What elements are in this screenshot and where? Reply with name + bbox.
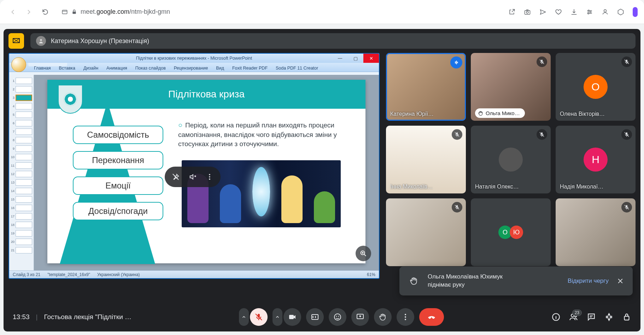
svg-rect-16 [457, 62, 458, 64]
slide-thumbnail: 5 [11, 111, 32, 119]
slide-thumbnail: 17 [11, 213, 32, 220]
slide-thumbnail: 19 [11, 229, 32, 237]
participant-tile[interactable]: ООлена Вікторів… [556, 53, 636, 121]
hand-raise-icon [406, 274, 421, 288]
toast-action-link[interactable]: Відкрити чергу [568, 277, 609, 285]
url-bar[interactable]: meet.google.com/ntm-bjkd-gmn [55, 8, 502, 16]
participant-tile[interactable]: ОЮ [471, 198, 551, 266]
svg-point-12 [209, 179, 210, 180]
captions-button[interactable] [306, 308, 324, 326]
muted-icon [621, 202, 632, 213]
participant-tile[interactable]: Наталія Олекс… [471, 126, 551, 193]
nav-reload[interactable] [39, 6, 52, 18]
svg-point-27 [334, 314, 341, 320]
presenter-avatar [36, 36, 46, 46]
svg-point-3 [526, 11, 528, 13]
office-button-icon [11, 57, 26, 72]
clock: 13:53 [13, 313, 30, 321]
more-options-icon[interactable] [202, 169, 217, 184]
svg-rect-1 [72, 11, 76, 14]
camera-button[interactable] [283, 308, 301, 326]
slide-thumbnail: 20 [11, 238, 32, 246]
ribbon-tab: Soda PDF 11 Creator [272, 65, 322, 72]
status-slide-count: Слайд 3 из 21 [13, 272, 40, 277]
svg-rect-0 [62, 10, 67, 14]
participant-tile[interactable]: Катерина Юрії… [386, 53, 466, 121]
muted-icon [537, 129, 547, 140]
mic-settings-chevron[interactable] [239, 308, 249, 326]
share-icon[interactable] [505, 6, 518, 18]
heart-icon[interactable] [552, 6, 565, 18]
meet-app: Катерина Хорошун (Презентація) Підлітки … [4, 29, 640, 331]
toast-close-icon[interactable] [615, 276, 626, 286]
svg-point-10 [209, 174, 210, 175]
meet-bottom-bar: 13:53 | Гостьова лекція "Підлітки … [4, 303, 640, 331]
camera-settings-chevron[interactable] [273, 308, 282, 326]
slide-thumbnail: 14 [11, 187, 32, 195]
muted-icon [452, 129, 462, 140]
ribbon-tab: Анимация [103, 65, 131, 72]
svg-point-29 [338, 316, 339, 317]
nav-back[interactable] [6, 6, 19, 18]
minimize-icon: — [332, 54, 348, 63]
svg-rect-15 [456, 61, 457, 65]
download-icon[interactable] [568, 6, 580, 18]
more-options-button[interactable] [397, 308, 414, 326]
browser-actions [505, 6, 638, 18]
slide-thumbnail: 12 [11, 170, 32, 178]
raise-hand-toast: Ольга Миколаївна Юхимук піднімає руку Ві… [399, 267, 633, 295]
ppt-window-title: Підлітки в кризових переживаннях - Micro… [136, 56, 252, 61]
participant-tile[interactable]: Інна Миколаїв… [386, 126, 466, 193]
camera-icon[interactable] [521, 6, 534, 18]
send-icon[interactable] [537, 6, 549, 18]
shared-screen[interactable]: Підлітки в кризових переживаннях - Micro… [8, 53, 380, 279]
zoom-lens-icon[interactable] [356, 246, 371, 261]
participants-button[interactable]: 23 [569, 312, 578, 322]
pin-icon[interactable] [168, 169, 183, 184]
reactions-button[interactable] [329, 308, 346, 326]
slide-thumbnail: 18 [11, 221, 32, 229]
chat-button[interactable] [587, 312, 596, 322]
nav-forward[interactable] [23, 6, 35, 18]
meeting-info: 13:53 | Гостьова лекція "Підлітки … [13, 313, 131, 321]
extensions-icon[interactable] [614, 6, 627, 18]
svg-point-6 [588, 13, 589, 14]
muted-icon [537, 56, 547, 67]
presenter-info[interactable]: Катерина Хорошун (Презентація) [30, 33, 636, 49]
settings-lines-icon[interactable] [583, 6, 596, 18]
mute-presentation-icon[interactable] [185, 169, 200, 184]
slide-pill: Самосвідомість [73, 126, 163, 144]
slide-pill: Досвід/спогади [73, 202, 163, 220]
participant-grid: Катерина Юрії…Ольга Мико…ООлена Вікторів… [386, 53, 636, 299]
profile-icon[interactable] [599, 6, 611, 18]
main-area: Підлітки в кризових переживаннях - Micro… [4, 53, 640, 303]
url-text: meet.google.com/ntm-bjkd-gmn [81, 8, 170, 16]
participant-tile[interactable] [386, 198, 466, 266]
ppt-status-bar: Слайд 3 из 21 "template_2024_16x9" Украи… [9, 270, 379, 278]
participant-name: Катерина Юрії… [390, 111, 434, 117]
microphone-button[interactable] [250, 308, 268, 326]
host-controls-button[interactable] [622, 312, 631, 322]
svg-point-33 [405, 319, 406, 320]
close-icon: ✕ [363, 54, 379, 63]
participant-tile[interactable]: Ольга Мико… [471, 53, 551, 121]
svg-point-4 [588, 10, 589, 11]
account-indicator[interactable] [633, 7, 638, 17]
raise-hand-button[interactable] [374, 308, 392, 326]
svg-point-32 [405, 316, 406, 318]
present-indicator-icon[interactable] [8, 33, 24, 49]
svg-point-11 [209, 176, 210, 178]
browser-toolbar: meet.google.com/ntm-bjkd-gmn [0, 0, 644, 24]
leave-call-button[interactable] [419, 308, 444, 326]
participant-count-badge: 23 [572, 310, 582, 316]
meeting-details-button[interactable] [551, 312, 561, 322]
present-screen-button[interactable] [351, 308, 369, 326]
slide-thumbnail: 2 [11, 85, 32, 93]
participant-tile[interactable]: ННадія Миколаї… [556, 126, 636, 193]
slide-thumbnail: 7 [11, 128, 32, 136]
activities-button[interactable] [604, 312, 614, 322]
presenter-name: Катерина Хорошун (Презентація) [51, 37, 149, 45]
toast-message: Ольга Миколаївна Юхимук піднімає руку [428, 273, 561, 289]
svg-rect-14 [455, 61, 456, 64]
participant-tile[interactable] [556, 198, 636, 266]
